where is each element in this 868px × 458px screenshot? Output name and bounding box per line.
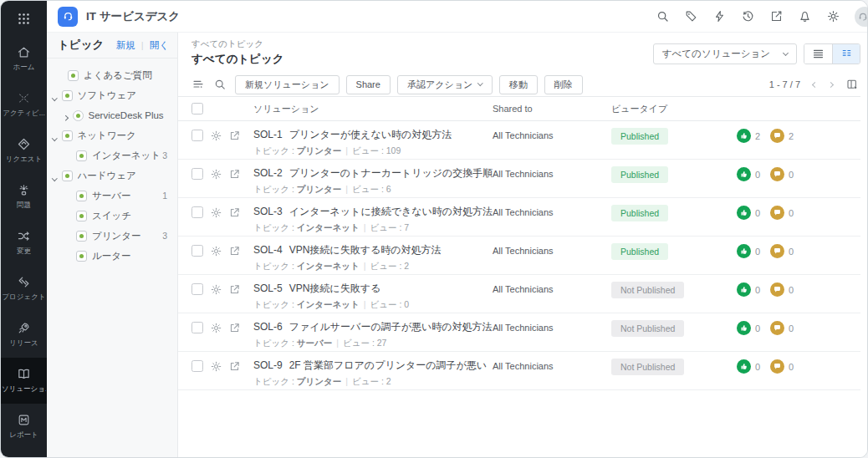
comments-count[interactable]: 0 bbox=[770, 160, 809, 181]
solution-filter-dropdown[interactable]: すべてのソリューション bbox=[653, 43, 797, 64]
user-avatar[interactable] bbox=[855, 7, 868, 27]
row-settings-gear-icon[interactable] bbox=[210, 206, 228, 219]
card-view-button[interactable] bbox=[832, 44, 860, 64]
open-in-new-icon[interactable] bbox=[228, 322, 253, 334]
solution-title[interactable]: SOL-2プリンターのトナーカートリッジの交換手順 bbox=[253, 166, 493, 181]
likes-count[interactable]: 0 bbox=[737, 275, 770, 297]
chevron-down-icon[interactable] bbox=[53, 128, 57, 143]
row-settings-gear-icon[interactable] bbox=[210, 322, 228, 334]
chevron-down-icon[interactable] bbox=[53, 88, 57, 103]
solution-title[interactable]: SOL-6ファイルサーバーの調子が悪い時の対処方法 bbox=[253, 320, 493, 334]
rail-item-requests[interactable]: リクエスト bbox=[1, 128, 47, 174]
solution-meta: トピック : サーバー|ビュー : 27 bbox=[253, 338, 493, 349]
topic-item-hardware[interactable]: ハードウェア bbox=[47, 165, 177, 186]
search-icon[interactable] bbox=[213, 78, 227, 91]
chevron-right-icon[interactable] bbox=[64, 108, 68, 123]
topic-item-network[interactable]: ネットワーク bbox=[47, 125, 177, 145]
comments-count[interactable]: 0 bbox=[770, 237, 809, 258]
row-settings-gear-icon[interactable] bbox=[210, 283, 228, 296]
row-checkbox[interactable] bbox=[191, 283, 203, 295]
quick-actions-icon[interactable] bbox=[712, 9, 727, 23]
move-button[interactable]: 移動 bbox=[499, 75, 538, 94]
rail-item-activity[interactable]: アクティビ... bbox=[1, 82, 47, 128]
rail-item-projects[interactable]: プロジェクト bbox=[1, 266, 47, 312]
list-view-button[interactable] bbox=[804, 44, 832, 64]
column-header-view-type[interactable]: ビュータイプ bbox=[611, 103, 737, 115]
rail-item-problems[interactable]: 問題 bbox=[1, 174, 47, 220]
row-checkbox[interactable] bbox=[191, 322, 203, 333]
topic-item-switch[interactable]: スイッチ bbox=[47, 206, 177, 226]
solution-title[interactable]: SOL-92F 営業部フロアのプリンターの調子が悪い bbox=[253, 359, 493, 373]
solution-meta: トピック : プリンター|ビュー : 6 bbox=[253, 184, 493, 196]
pagination-prev-icon[interactable] bbox=[810, 83, 819, 87]
rail-item-solutions[interactable]: ソリューショ... bbox=[1, 358, 47, 404]
status-badge: Published bbox=[611, 166, 668, 183]
shared-to-value: All Technicians bbox=[493, 275, 611, 294]
likes-count[interactable]: 0 bbox=[737, 237, 770, 258]
comments-count[interactable]: 0 bbox=[770, 275, 809, 297]
solution-title[interactable]: SOL-1プリンターが使えない時の対処方法 bbox=[253, 128, 493, 142]
open-in-new-icon[interactable] bbox=[228, 130, 253, 142]
column-header-shared-to[interactable]: Shared to bbox=[493, 104, 611, 114]
comments-count[interactable]: 0 bbox=[770, 352, 809, 374]
topics-open-link[interactable]: 開く bbox=[150, 39, 169, 52]
whats-new-icon[interactable] bbox=[684, 9, 698, 23]
rail-item-home[interactable]: ホーム bbox=[1, 36, 47, 82]
row-checkbox[interactable] bbox=[191, 130, 203, 141]
open-in-new-icon[interactable] bbox=[228, 283, 253, 296]
topic-item-servicedesk-plus[interactable]: ServiceDesk Plus bbox=[47, 105, 177, 125]
chevron-down-icon[interactable] bbox=[53, 168, 57, 183]
open-in-new-icon[interactable] bbox=[228, 360, 253, 373]
breadcrumb[interactable]: すべてのトピック bbox=[191, 38, 263, 50]
topic-item-software[interactable]: ソフトウェア bbox=[47, 85, 177, 105]
comments-count[interactable]: 0 bbox=[770, 313, 809, 335]
likes-count[interactable]: 0 bbox=[737, 313, 770, 335]
feedback-icon[interactable] bbox=[769, 9, 784, 23]
share-button[interactable]: Share bbox=[346, 75, 391, 94]
likes-count[interactable]: 0 bbox=[737, 198, 770, 220]
open-in-new-icon[interactable] bbox=[228, 245, 253, 257]
comments-count[interactable]: 0 bbox=[770, 198, 809, 220]
rail-item-releases[interactable]: リリース bbox=[1, 312, 47, 358]
search-icon[interactable] bbox=[656, 9, 670, 23]
row-checkbox[interactable] bbox=[191, 206, 203, 218]
row-settings-gear-icon[interactable] bbox=[210, 360, 228, 373]
likes-count[interactable]: 0 bbox=[737, 160, 770, 181]
select-all-checkbox[interactable] bbox=[191, 103, 203, 114]
list-layout-icon[interactable] bbox=[191, 78, 205, 91]
likes-count[interactable]: 0 bbox=[737, 352, 770, 374]
new-solution-button[interactable]: 新規ソリューション bbox=[235, 75, 340, 94]
topic-item-printer[interactable]: プリンター 3 bbox=[47, 226, 177, 246]
open-in-new-icon[interactable] bbox=[228, 206, 253, 219]
topic-item-server[interactable]: サーバー 1 bbox=[47, 186, 177, 206]
pagination-next-icon[interactable] bbox=[826, 83, 835, 87]
topics-new-link[interactable]: 新規 bbox=[116, 39, 135, 52]
approval-actions-button[interactable]: 承認アクション bbox=[397, 75, 493, 94]
rail-item-changes[interactable]: 変更 bbox=[1, 220, 47, 266]
app-logo-headset-icon[interactable] bbox=[58, 7, 78, 27]
notifications-icon[interactable] bbox=[798, 9, 812, 23]
app-grid-icon[interactable] bbox=[1, 1, 47, 36]
history-icon[interactable] bbox=[741, 9, 755, 23]
row-checkbox[interactable] bbox=[191, 168, 203, 180]
open-in-new-icon[interactable] bbox=[228, 168, 253, 181]
likes-count[interactable]: 2 bbox=[737, 121, 770, 143]
delete-button[interactable]: 削除 bbox=[544, 75, 583, 94]
row-checkbox[interactable] bbox=[191, 360, 203, 372]
settings-icon[interactable] bbox=[826, 9, 840, 23]
comments-count[interactable]: 2 bbox=[770, 121, 809, 143]
row-settings-gear-icon[interactable] bbox=[210, 130, 228, 142]
row-settings-gear-icon[interactable] bbox=[210, 168, 228, 181]
rail-item-reports[interactable]: レポート bbox=[1, 404, 47, 450]
column-chooser-icon[interactable] bbox=[845, 78, 859, 91]
column-header-solution[interactable]: ソリューション bbox=[253, 103, 493, 115]
row-checkbox[interactable] bbox=[191, 245, 203, 257]
solution-title[interactable]: SOL-5VPN接続に失敗する bbox=[253, 282, 493, 296]
topic-item-internet[interactable]: インターネット 3 bbox=[47, 145, 177, 165]
topic-item-faq[interactable]: よくあるご質問 bbox=[47, 65, 177, 85]
solution-title[interactable]: SOL-3インターネットに接続できない時の対処方法 bbox=[253, 205, 493, 219]
solution-title[interactable]: SOL-4VPN接続に失敗する時の対処方法 bbox=[253, 243, 493, 257]
topic-item-router[interactable]: ルーター bbox=[47, 246, 177, 266]
topic-count: 3 bbox=[162, 231, 167, 241]
row-settings-gear-icon[interactable] bbox=[210, 245, 228, 257]
